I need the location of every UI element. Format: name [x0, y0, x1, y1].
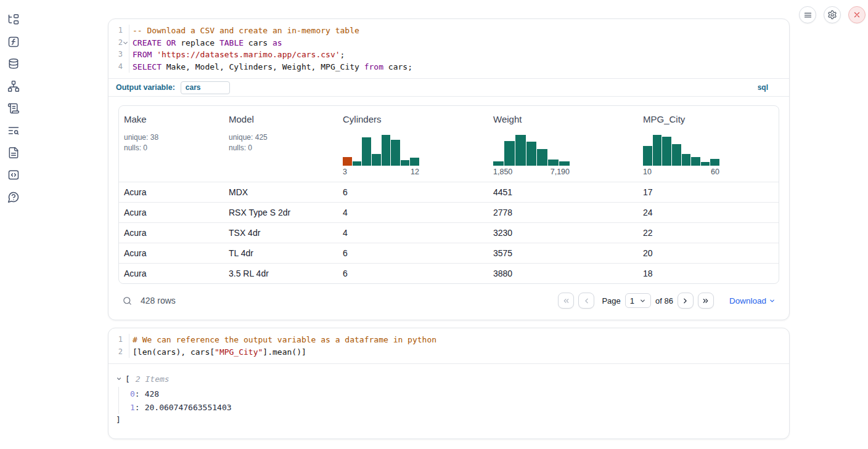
column-stats: unique: 425 nulls: 0 [229, 132, 333, 153]
column-header-make[interactable]: Make unique: 38 nulls: 0 [119, 106, 224, 182]
search-button[interactable] [122, 296, 133, 306]
histogram-bar[interactable] [559, 161, 570, 166]
dependency-graph-icon [7, 80, 20, 92]
python-output-area: [ 2 Items 0: 428 1: 20.060747663551403 ] [108, 363, 789, 439]
table-cell: 20 [638, 243, 779, 263]
sidebar-item-documentation[interactable] [7, 147, 20, 159]
table-cell: 17 [638, 182, 779, 202]
table-row[interactable]: Acura3.5 RL 4dr6388018 [119, 263, 779, 283]
histogram-bar[interactable] [353, 161, 362, 166]
chevrons-right-icon [702, 297, 710, 305]
histogram-bar[interactable] [401, 160, 410, 166]
tree-entry-index: 1 [130, 403, 135, 412]
histogram-bar[interactable] [362, 137, 371, 166]
next-page-button[interactable] [678, 293, 694, 309]
data-table: Make unique: 38 nulls: 0 Model unique: 4… [118, 105, 779, 284]
sidebar-item-snippets[interactable] [7, 169, 20, 181]
histogram-bar[interactable] [391, 140, 400, 166]
close-icon [853, 10, 861, 19]
code-line[interactable]: [len(cars), cars["MPG_City"].mean()] [129, 346, 789, 358]
column-header-mpg-city[interactable]: MPG_City 10 60 [638, 106, 779, 182]
column-name: Cylinders [343, 114, 483, 124]
download-button[interactable]: Download [729, 296, 776, 305]
database-icon [7, 58, 20, 70]
histogram-bar[interactable] [410, 158, 419, 166]
code-line[interactable]: # We can reference the output variable a… [129, 334, 789, 346]
table-cell: 24 [638, 202, 779, 222]
tree-entry: 0: 428 [130, 387, 782, 400]
histogram-bar[interactable] [515, 135, 526, 166]
histogram-bar[interactable] [691, 157, 700, 166]
page-total-label: of 86 [655, 296, 673, 305]
table-cell: RSX Type S 2dr [224, 202, 338, 222]
histogram-bar[interactable] [382, 135, 391, 166]
table-row[interactable]: AcuraRSX Type S 2dr4277824 [119, 202, 779, 222]
table-cell: 22 [638, 222, 779, 243]
sidebar-item-scratchpad-search[interactable] [7, 124, 20, 137]
histogram-bar[interactable] [682, 154, 691, 166]
histogram-bar[interactable] [701, 162, 710, 166]
histogram-bar[interactable] [504, 141, 515, 166]
column-header-model[interactable]: Model unique: 425 nulls: 0 [224, 106, 338, 182]
chevron-down-icon [639, 297, 646, 304]
code-line[interactable]: SELECT Make, Model, Cylinders, Weight, M… [129, 61, 789, 73]
page-select[interactable]: 1 [625, 293, 651, 308]
histogram-bar[interactable] [537, 149, 547, 166]
table-cell: Acura [119, 222, 224, 243]
tree-entry-value: 428 [145, 389, 159, 398]
last-page-button[interactable] [698, 293, 714, 309]
search-icon [122, 296, 133, 306]
sidebar-item-help[interactable] [7, 191, 20, 203]
table-cell: 3575 [488, 243, 638, 263]
snippets-icon [7, 169, 20, 181]
code-line[interactable]: FROM 'https://datasets.marimo.app/cars.c… [129, 49, 789, 61]
table-row[interactable]: AcuraTL 4dr6357520 [119, 243, 779, 263]
python-editor[interactable]: 1# We can reference the output variable … [108, 328, 789, 363]
sidebar-item-file-tree[interactable] [7, 14, 20, 26]
histogram-bar[interactable] [643, 146, 652, 166]
table-cell: Acura [119, 263, 224, 283]
column-header-weight[interactable]: Weight 1,850 7,190 [488, 106, 638, 182]
sidebar-item-datasources[interactable] [7, 58, 20, 70]
close-button[interactable] [848, 6, 866, 23]
tree-children: 0: 428 1: 20.060747663551403 [118, 387, 782, 414]
tree-open-bracket: [ [125, 374, 130, 384]
code-line[interactable]: CREATE OR replace TABLE cars as [129, 37, 789, 49]
line-number: 2 [108, 346, 129, 358]
output-variable-input[interactable] [181, 81, 230, 94]
line-number: 3 [108, 49, 129, 61]
histogram-bar[interactable] [493, 161, 504, 166]
histogram-bar[interactable] [672, 144, 681, 166]
column-header-cylinders[interactable]: Cylinders 3 12 [338, 106, 488, 182]
histogram-bar[interactable] [526, 142, 537, 166]
code-line[interactable]: -- Download a CSV and create an in-memor… [129, 25, 789, 37]
histogram-bar[interactable] [662, 137, 671, 166]
table-cell: 3880 [488, 263, 638, 283]
table-cell: 18 [638, 263, 779, 283]
histogram-bar[interactable] [653, 135, 662, 166]
fold-chevron-icon[interactable] [123, 40, 128, 46]
sidebar-item-logs[interactable] [7, 102, 20, 115]
line-number: 1 [108, 334, 129, 346]
menu-button[interactable] [799, 6, 816, 23]
histogram-bar[interactable] [548, 160, 559, 166]
first-page-button[interactable] [558, 293, 574, 309]
sidebar-item-functions[interactable] [7, 36, 20, 48]
sql-editor[interactable]: 1-- Download a CSV and create an in-memo… [108, 19, 789, 78]
sql-output-area: Make unique: 38 nulls: 0 Model unique: 4… [108, 97, 789, 320]
table-cell: Acura [119, 182, 224, 202]
table-cell: 4 [338, 222, 488, 243]
histogram-bar[interactable] [710, 159, 719, 166]
tree-collapse-toggle[interactable] [116, 376, 122, 382]
download-label: Download [729, 296, 766, 305]
table-row[interactable]: AcuraMDX6445117 [119, 182, 779, 202]
histogram-bar[interactable] [372, 154, 381, 166]
gear-icon [827, 10, 837, 20]
sidebar-item-dependency-graph[interactable] [7, 80, 20, 92]
histogram-bar[interactable] [343, 157, 352, 166]
table-row[interactable]: AcuraTSX 4dr4323022 [119, 222, 779, 243]
table-cell: MDX [224, 182, 338, 202]
settings-button[interactable] [824, 6, 841, 23]
column-name: MPG_City [643, 114, 774, 124]
previous-page-button[interactable] [578, 293, 594, 309]
